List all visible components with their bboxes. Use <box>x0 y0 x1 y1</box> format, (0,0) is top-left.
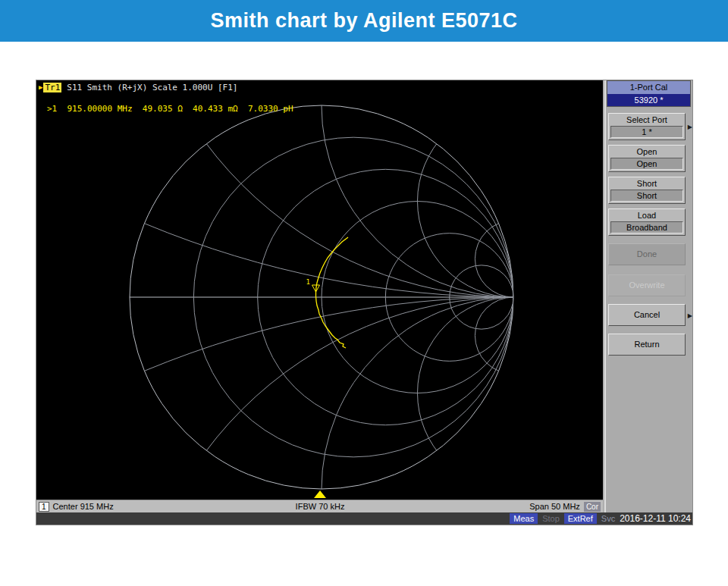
title-banner: Smith chart by Agilent E5071C <box>0 0 728 42</box>
smith-grid-minor <box>36 80 603 500</box>
marker-number-label: 1 <box>306 278 310 286</box>
span-group: Span 50 MHz Cor <box>529 502 601 512</box>
softkey-sidebar: 1-Port Cal 53920 * Select Port1 *▶OpenOp… <box>604 80 692 512</box>
span-label: Span 50 MHz <box>529 502 580 511</box>
softkey-return[interactable]: Return <box>608 334 686 356</box>
trace-settings-text: S11 Smith (R+jX) Scale 1.000U [F1] <box>67 83 237 92</box>
channel-number: 1 <box>39 502 49 512</box>
datetime: 2016-12-11 10:24 <box>620 513 691 524</box>
softkey-menu-title: 1-Port Cal <box>607 81 690 94</box>
softkey-overwrite: Overwrite <box>608 274 686 296</box>
softkey-done: Done <box>608 243 686 265</box>
correction-badge: Cor <box>584 502 601 512</box>
bottom-bar-items: MeasStopExtRefSvc <box>510 513 615 524</box>
softkey-label: Select Port <box>610 115 683 125</box>
softkey-label: Done <box>610 249 683 259</box>
page-title: Smith chart by Agilent E5071C <box>210 9 517 33</box>
channel-status-bar: 1 Center 915 MHz IFBW 70 kHz Span 50 MHz… <box>36 500 603 512</box>
softkey-label: Return <box>610 340 683 349</box>
vna-screen: 1 ▶Tr1S11 Smith (R+jX) Scale 1.000U [F1]… <box>36 80 692 525</box>
softkey-menu-header: 1-Port Cal 53920 * <box>607 80 691 107</box>
submenu-arrow-icon: ▶ <box>688 312 692 318</box>
softkey-label: Short <box>610 179 683 189</box>
marker-readout: >1 915.00000 MHz 49.035 Ω 40.433 mΩ 7.03… <box>47 104 293 114</box>
softkey-label: Overwrite <box>610 280 683 290</box>
status-svc: Svc <box>601 513 615 524</box>
submenu-arrow-icon: ▶ <box>688 124 692 130</box>
softkey-value: Open <box>610 158 683 170</box>
smith-chart-svg: 1 <box>36 80 603 500</box>
active-trace-arrow-icon: ▶ <box>39 83 42 91</box>
softkey-label: Load <box>610 211 683 221</box>
softkey-value: Short <box>610 190 683 202</box>
softkey-cancel[interactable]: Cancel▶ <box>608 304 686 326</box>
softkey-load[interactable]: LoadBroadband <box>608 208 686 236</box>
sweep-position-marker-icon <box>314 490 326 498</box>
trace-label-badge[interactable]: Tr1 <box>43 83 61 92</box>
softkey-label: Cancel <box>610 310 683 320</box>
softkey-value: 1 * <box>610 126 683 138</box>
softkey-short[interactable]: ShortShort <box>608 177 686 204</box>
softkey-list: Select Port1 *▶OpenOpenShortShortLoadBro… <box>606 113 692 356</box>
status-meas: Meas <box>510 513 538 524</box>
instrument-status-bar: MeasStopExtRefSvc 2016-12-11 10:24 <box>36 512 692 525</box>
center-frequency-label: Center 915 MHz <box>53 502 114 511</box>
softkey-open[interactable]: OpenOpen <box>608 145 686 172</box>
status-stop: Stop <box>542 513 560 524</box>
softkey-label: Open <box>610 147 683 157</box>
cal-kit-value[interactable]: 53920 * <box>607 94 690 106</box>
chart-area: 1 ▶Tr1S11 Smith (R+jX) Scale 1.000U [F1]… <box>36 80 603 500</box>
ifbw-label: IFBW 70 kHz <box>296 502 345 511</box>
softkey-value: Broadband <box>610 221 683 233</box>
status-extref: ExtRef <box>564 513 597 524</box>
trace-header: ▶Tr1S11 Smith (R+jX) Scale 1.000U [F1] <box>39 83 237 92</box>
softkey-select-port[interactable]: Select Port1 *▶ <box>608 113 686 140</box>
